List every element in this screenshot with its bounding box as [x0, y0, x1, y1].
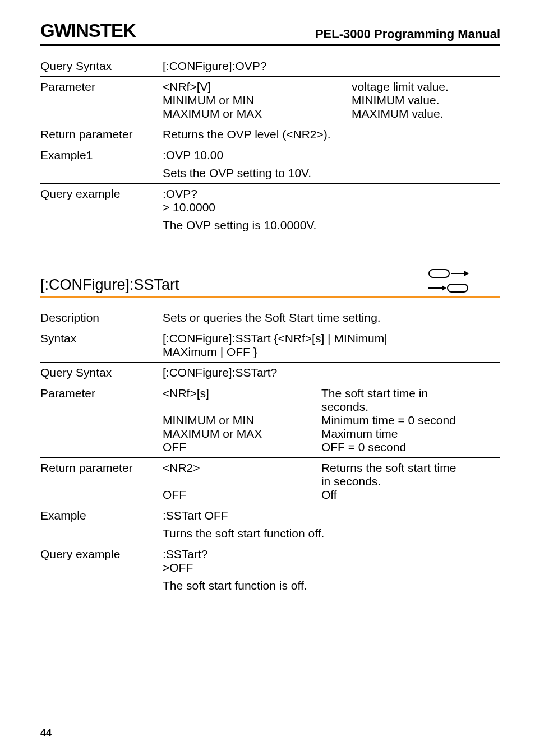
param-left: MAXIMUM or MAX: [163, 107, 352, 120]
svg-marker-4: [442, 285, 446, 291]
param-left: <NRf>[s]: [163, 387, 321, 414]
query-syntax-value: [:CONFigure]:OVP?: [163, 56, 500, 76]
example-value: :SSTart OFF: [163, 509, 500, 522]
query-syntax-label: Query Syntax: [40, 363, 163, 383]
query-example-l1: :OVP?: [163, 187, 500, 201]
query-example-label: Query example: [40, 184, 163, 204]
query-example-note: The soft start function is off.: [163, 579, 500, 592]
retparam-left: <NR2>: [163, 461, 321, 488]
manual-title: PEL-3000 Programming Manual: [315, 27, 500, 41]
description-label: Description: [40, 308, 163, 328]
param-left: OFF: [163, 440, 321, 454]
example-label: Example: [40, 505, 163, 526]
example1-note: Sets the OVP setting to 10V.: [163, 166, 500, 180]
sstart-title: [:CONFigure]:SSTart: [40, 276, 179, 294]
retparam-right: Off: [321, 488, 500, 502]
query-example-note: The OVP setting is 10.0000V.: [163, 219, 500, 232]
syntax-label: Syntax: [40, 328, 163, 349]
set-icon: [428, 268, 469, 279]
param-right: MAXIMUM value.: [352, 107, 500, 120]
param-left: MAXIMUM or MAX: [163, 427, 321, 440]
query-example-label: Query example: [40, 544, 163, 564]
parameter-label: Parameter: [40, 77, 163, 97]
sstart-heading-row: [:CONFigure]:SSTart: [40, 268, 500, 298]
query-syntax-value: [:CONFigure]:SSTart?: [163, 363, 500, 383]
query-syntax-label: Query Syntax: [40, 56, 163, 76]
svg-rect-0: [429, 270, 449, 277]
parameter-label: Parameter: [40, 383, 163, 403]
query-example-l1: :SSTart?: [163, 548, 500, 561]
ovp-section: Query Syntax [:CONFigure]:OVP? Parameter…: [40, 56, 500, 235]
param-right: OFF = 0 second: [321, 440, 500, 454]
page-header: GWINSTEK PEL-3000 Programming Manual: [40, 20, 500, 46]
retparam-r2: in seconds.: [321, 475, 500, 488]
brand-logo: GWINSTEK: [40, 20, 136, 41]
query-example-l2: > 10.0000: [163, 201, 500, 214]
query-icon: [428, 282, 469, 294]
query-example-l2: >OFF: [163, 561, 500, 574]
page-number: 44: [40, 727, 52, 739]
example-note: Turns the soft start function off.: [163, 527, 500, 540]
syntax-l2: MAXimum | OFF }: [163, 345, 500, 359]
svg-rect-5: [448, 284, 468, 292]
example1-value: :OVP 10.00: [163, 149, 500, 162]
svg-marker-2: [464, 271, 469, 276]
param-left: MINIMUM or MIN: [163, 414, 321, 427]
param-right: Minimum time = 0 second: [321, 414, 500, 427]
param-right: voltage limit value.: [352, 80, 500, 94]
param-r1: The soft start time in: [321, 387, 500, 400]
param-right: MINIMUM value.: [352, 94, 500, 107]
param-left: MINIMUM or MIN: [163, 94, 352, 107]
description-value: Sets or queries the Soft Start time sett…: [163, 308, 500, 328]
return-param-label: Return parameter: [40, 124, 163, 145]
param-left: <NRf>[V]: [163, 80, 352, 94]
return-param-label: Return parameter: [40, 458, 163, 478]
param-r2: seconds.: [321, 400, 500, 414]
retparam-r1: Returns the soft start time: [321, 461, 500, 475]
syntax-l1: [:CONFigure]:SSTart {<NRf>[s] | MINimum|: [163, 332, 500, 345]
sstart-section: Description Sets or queries the Soft Sta…: [40, 308, 500, 596]
command-type-icons: [428, 268, 500, 294]
return-param-value: Returns the OVP level (<NR2>).: [163, 124, 500, 145]
retparam-left: OFF: [163, 488, 321, 502]
param-right: Maximum time: [321, 427, 500, 440]
example1-label: Example1: [40, 145, 163, 165]
